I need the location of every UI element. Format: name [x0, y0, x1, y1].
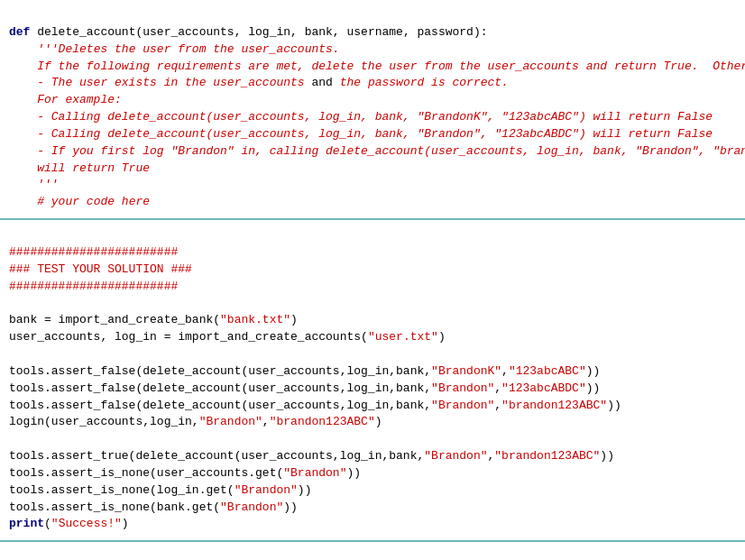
code-line: If the following requirements are met, d…	[9, 60, 745, 73]
code-block-main: def main(): ''' The main function is a s…	[0, 542, 745, 560]
code-line: ### TEST YOUR SOLUTION ###	[9, 262, 192, 276]
code-line: # your code here	[9, 195, 150, 208]
code-line: tools.assert_is_none(user_accounts.get("…	[9, 466, 361, 480]
code-line: print("Success!")	[9, 517, 129, 530]
code-line: - The user exists in the user_accounts a…	[9, 76, 509, 89]
code-line: - Calling delete_account(user_accounts, …	[9, 127, 713, 141]
code-line: ########################	[9, 280, 178, 293]
code-line: login(user_accounts,log_in,"Brandon","br…	[9, 415, 382, 428]
code-line: - If you first log "Brandon" in, calling…	[9, 144, 745, 158]
code-line: - Calling delete_account(user_accounts, …	[9, 110, 713, 124]
code-line: def delete_account(user_accounts, log_in…	[9, 25, 488, 39]
code-line: tools.assert_is_none(log_in.get("Brandon…	[9, 483, 311, 497]
code-line: user_accounts, log_in = import_and_creat…	[9, 330, 446, 344]
code-line: will return True	[9, 161, 150, 175]
code-line: tools.assert_false(delete_account(user_a…	[9, 364, 600, 378]
code-line: tools.assert_true(delete_account(user_ac…	[9, 449, 614, 463]
code-line: tools.assert_is_none(bank.get("Brandon")…	[9, 500, 298, 514]
code-line: '''Deletes the user from the user_accoun…	[9, 42, 340, 56]
code-line: tools.assert_false(delete_account(user_a…	[9, 381, 600, 395]
code-line: bank = import_and_create_bank("bank.txt"…	[9, 313, 298, 326]
code-block-delete-account: def delete_account(user_accounts, log_in…	[0, 0, 745, 220]
code-block-test: ######################## ### TEST YOUR S…	[0, 220, 745, 542]
code-line: '''	[9, 178, 59, 191]
code-line: ########################	[9, 245, 178, 259]
code-line: For example:	[9, 93, 122, 106]
code-line: tools.assert_false(delete_account(user_a…	[9, 399, 621, 412]
